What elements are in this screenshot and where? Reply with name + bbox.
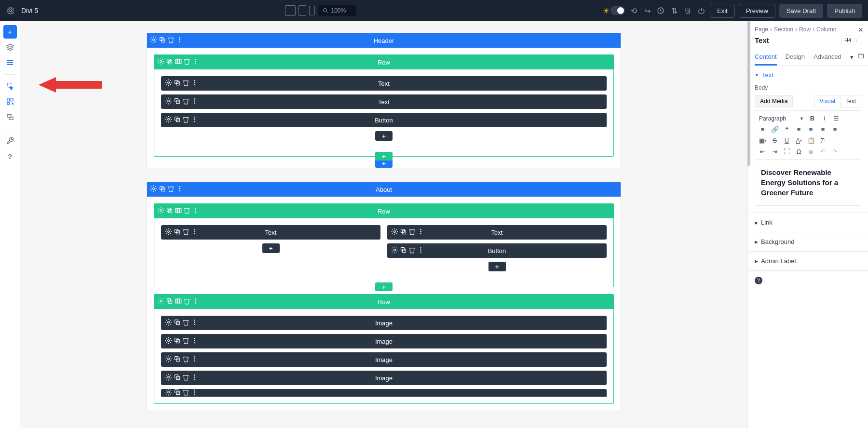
duplicate-icon[interactable]	[166, 207, 173, 216]
delete-icon[interactable]	[408, 246, 416, 255]
settings-icon[interactable]	[165, 337, 172, 346]
delete-icon[interactable]	[183, 207, 190, 216]
section-header[interactable]: About	[147, 182, 621, 197]
quote-icon[interactable]: ❝	[783, 126, 790, 133]
accordion-admin-label-header[interactable]: ▶Admin Label	[748, 252, 868, 270]
module-image[interactable]: Image	[161, 352, 607, 367]
trash-icon[interactable]	[683, 6, 692, 15]
duplicate-icon[interactable]	[174, 97, 181, 107]
settings-icon[interactable]	[165, 116, 172, 125]
settings-icon[interactable]	[150, 36, 157, 45]
align-right-icon[interactable]: ≡	[819, 126, 827, 133]
more-icon[interactable]	[192, 58, 199, 67]
click-mode-icon[interactable]	[3, 80, 17, 93]
settings-icon[interactable]	[165, 228, 172, 237]
history-icon[interactable]	[656, 6, 665, 15]
theme-toggle[interactable]: ☀	[603, 6, 625, 15]
strikethrough-icon[interactable]: S	[771, 137, 778, 144]
duplicate-icon[interactable]	[166, 58, 173, 67]
duplicate-icon[interactable]	[174, 79, 181, 88]
align-left-icon[interactable]: ≡	[795, 126, 802, 133]
editor-content[interactable]: Discover Renewable Energy Solutions for …	[755, 160, 861, 206]
settings-icon[interactable]	[165, 388, 172, 398]
clear-format-icon[interactable]: T×	[819, 137, 827, 144]
settings-icon[interactable]	[391, 228, 398, 237]
close-icon[interactable]: ×	[858, 25, 863, 35]
more-icon[interactable]	[191, 228, 198, 237]
row-header[interactable]: Row	[154, 204, 613, 218]
duplicate-icon[interactable]	[166, 297, 173, 307]
delete-icon[interactable]	[408, 228, 416, 237]
more-icon[interactable]	[191, 79, 198, 88]
accordion-link-header[interactable]: ▶Link	[748, 213, 868, 232]
settings-icon[interactable]	[150, 185, 157, 194]
delete-icon[interactable]	[182, 319, 190, 328]
accordion-background-header[interactable]: ▶Background	[748, 232, 868, 251]
module-text[interactable]: Text	[161, 76, 607, 91]
settings-icon[interactable]	[165, 97, 172, 107]
responsive-icon[interactable]	[857, 53, 864, 61]
paste-icon[interactable]: 📋	[807, 137, 814, 144]
bold-icon[interactable]: B	[809, 115, 816, 122]
settings-icon[interactable]	[165, 355, 172, 364]
more-icon[interactable]	[191, 374, 198, 383]
device-tablet-icon[interactable]	[298, 5, 306, 16]
more-icon[interactable]	[191, 337, 198, 346]
delete-icon[interactable]	[182, 374, 190, 383]
tools-icon[interactable]	[3, 134, 17, 147]
table-icon[interactable]: ▦▾	[759, 137, 766, 144]
textcolor-icon[interactable]: A▾	[795, 137, 802, 144]
more-icon[interactable]	[191, 97, 198, 107]
link-layers-icon[interactable]	[3, 110, 17, 124]
indent-icon[interactable]: ⇥	[771, 148, 778, 155]
columns-icon[interactable]	[175, 207, 182, 216]
more-icon[interactable]	[417, 228, 424, 237]
module-text[interactable]: Text	[387, 225, 607, 240]
more-icon[interactable]	[192, 297, 199, 307]
duplicate-icon[interactable]	[159, 185, 166, 194]
numbered-list-icon[interactable]: ≡	[759, 126, 766, 133]
italic-icon[interactable]: I	[821, 115, 828, 122]
tab-design[interactable]: Design	[786, 49, 805, 65]
more-icon[interactable]	[417, 246, 424, 255]
duplicate-icon[interactable]	[400, 228, 407, 237]
layers-icon[interactable]	[3, 40, 17, 54]
sort-icon[interactable]: ⇅	[669, 6, 679, 15]
save-draft-button[interactable]: Save Draft	[779, 4, 823, 18]
module-button[interactable]: Button	[387, 243, 607, 258]
settings-icon[interactable]	[165, 374, 172, 383]
module-image[interactable]: Image	[161, 371, 607, 385]
add-media-button[interactable]: Add Media	[755, 95, 793, 107]
preview-button[interactable]: Preview	[739, 4, 775, 18]
device-desktop-icon[interactable]	[285, 5, 296, 16]
sync-icon[interactable]: ⟲	[629, 6, 638, 15]
power-icon[interactable]	[696, 6, 706, 15]
settings-icon[interactable]	[165, 79, 172, 88]
expand-dropdown-icon[interactable]: ▾	[850, 54, 854, 61]
visual-tab[interactable]: Visual	[814, 95, 841, 107]
settings-icon[interactable]	[157, 58, 164, 67]
delete-icon[interactable]	[167, 185, 175, 194]
list-icon[interactable]: ☰	[833, 115, 840, 122]
delete-icon[interactable]	[182, 337, 190, 346]
delete-icon[interactable]	[182, 97, 190, 107]
link-icon[interactable]: 🔗	[771, 126, 778, 133]
duplicate-icon[interactable]	[174, 388, 181, 398]
delete-icon[interactable]	[183, 58, 190, 67]
settings-icon[interactable]	[157, 297, 164, 307]
more-icon[interactable]	[191, 388, 198, 398]
tab-advanced[interactable]: Advanced	[814, 49, 841, 65]
add-row-button[interactable]: +	[375, 152, 393, 160]
redo-icon[interactable]: ↷	[831, 148, 839, 155]
help-badge[interactable]: ?	[755, 277, 762, 284]
settings-gear-icon[interactable]	[6, 6, 15, 15]
publish-button[interactable]: Publish	[827, 4, 862, 18]
duplicate-icon[interactable]	[400, 246, 407, 255]
module-image[interactable]: Image	[161, 316, 607, 330]
module-image[interactable]	[161, 389, 607, 397]
zoom-input[interactable]: 100%	[318, 5, 356, 16]
row-header[interactable]: Row	[154, 294, 613, 309]
grid-mode-icon[interactable]	[3, 95, 17, 108]
tab-content[interactable]: Content	[755, 49, 777, 66]
add-module-button[interactable]: +	[262, 243, 280, 253]
